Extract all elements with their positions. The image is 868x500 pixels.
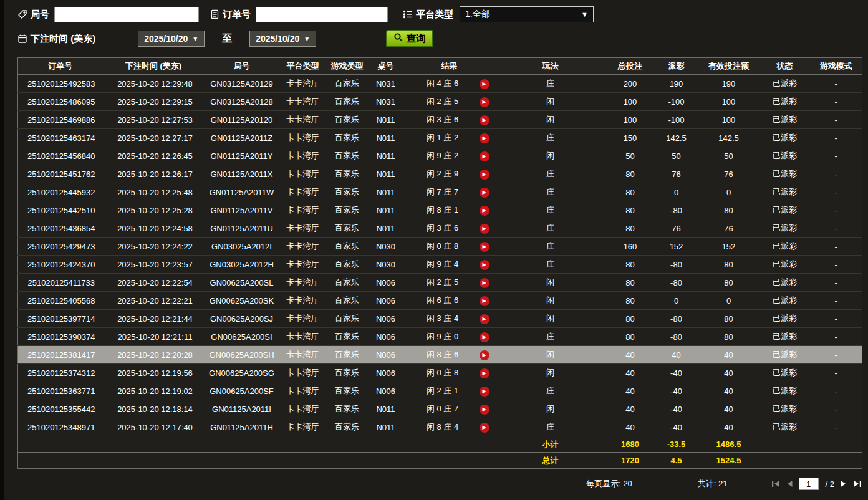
table-row[interactable]: 2510201254055682025-10-20 12:22:21GN0062… (18, 292, 862, 310)
table-row[interactable]: 2510201254425102025-10-20 12:25:28GN0112… (18, 201, 862, 219)
cell-game: 百家乐 (327, 292, 368, 310)
play-replay-icon[interactable]: ▶ (480, 97, 489, 107)
table-row[interactable]: 2510201254243702025-10-20 12:23:57GN0302… (18, 256, 862, 274)
table-row[interactable]: 2510201254117332025-10-20 12:22:54GN0062… (18, 274, 862, 292)
cell-mode: - (811, 75, 862, 93)
first-page-icon[interactable] (771, 480, 780, 488)
cell-round: GN00625A200SF (205, 382, 279, 400)
cell-mode: - (811, 382, 862, 400)
cell-playtype: 庄 (495, 165, 606, 183)
table-row[interactable]: 2510201254459322025-10-20 12:25:48GN0112… (18, 183, 862, 201)
date-from-picker[interactable]: 2025/10/20 ▼ (138, 31, 205, 47)
cell-status: 已派彩 (760, 328, 811, 346)
play-replay-icon[interactable]: ▶ (480, 296, 489, 306)
table-row[interactable]: 2510201253903742025-10-20 12:21:11GN0062… (18, 328, 862, 346)
platform-type-value: 1.全部 (465, 9, 490, 20)
cell-total: 80 (606, 165, 655, 183)
cell-mode: - (811, 129, 862, 147)
cell-order: 251020125445932 (18, 183, 103, 201)
round-number-input[interactable] (54, 7, 199, 22)
cell-order: 251020125429473 (18, 238, 103, 256)
play-replay-icon[interactable]: ▶ (480, 242, 489, 252)
cell-time: 2025-10-20 12:27:53 (103, 111, 205, 129)
cell-time: 2025-10-20 12:19:56 (103, 364, 205, 382)
cell-valid: 40 (698, 364, 760, 382)
order-number-input[interactable] (256, 7, 388, 22)
platform-type-select[interactable]: 1.全部 ▼ (460, 6, 594, 22)
play-replay-icon[interactable]: ▶ (480, 368, 489, 378)
cell-round: GN01125A2011X (205, 165, 279, 183)
cell-result: 闲 8 庄 6 (404, 346, 474, 364)
table-row[interactable]: 2510201254860952025-10-20 12:29:15GN0312… (18, 93, 862, 111)
cell-platform: 卡卡湾厅 (279, 183, 327, 201)
cell-playtype: 庄 (495, 382, 606, 400)
table-row[interactable]: 2510201254517622025-10-20 12:26:17GN0112… (18, 165, 862, 183)
cell-playtype: 庄 (495, 238, 606, 256)
cell-status: 已派彩 (760, 292, 811, 310)
table-row[interactable]: 2510201253554422025-10-20 12:18:14GN0112… (18, 400, 862, 418)
date-to-picker[interactable]: 2025/10/20 ▼ (249, 31, 316, 47)
cell-payout: -80 (655, 201, 698, 219)
play-replay-icon[interactable]: ▶ (480, 133, 489, 143)
play-replay-icon[interactable]: ▶ (480, 151, 489, 161)
play-replay-icon[interactable]: ▶ (480, 115, 489, 125)
next-page-icon[interactable] (840, 480, 847, 488)
cell-status: 已派彩 (760, 165, 811, 183)
play-replay-icon[interactable]: ▶ (480, 260, 489, 270)
list-icon (403, 10, 413, 19)
table-row[interactable]: 2510201254631742025-10-20 12:27:17GN0112… (18, 129, 862, 147)
play-replay-icon[interactable]: ▶ (480, 423, 489, 433)
table-row[interactable]: 2510201254698862025-10-20 12:27:53GN0112… (18, 111, 862, 129)
cell-play: ▶ (474, 364, 495, 382)
total-total-bet: 1720 (606, 453, 655, 469)
play-replay-icon[interactable]: ▶ (480, 350, 489, 360)
cell-total: 80 (606, 219, 655, 238)
table-row[interactable]: 2510201253489712025-10-20 12:17:40GN0112… (18, 418, 862, 436)
cell-platform: 卡卡湾厅 (279, 292, 327, 310)
table-row[interactable]: 2510201253814172025-10-20 12:20:28GN0062… (18, 346, 862, 364)
table-row[interactable]: 2510201253977142025-10-20 12:21:44GN0062… (18, 310, 862, 328)
prev-page-icon[interactable] (786, 480, 793, 488)
cell-mode: - (811, 165, 862, 183)
play-replay-icon[interactable]: ▶ (480, 206, 489, 216)
subtotal-spacer (18, 436, 495, 453)
cell-playtype: 闲 (495, 346, 606, 364)
play-replay-icon[interactable]: ▶ (480, 188, 489, 198)
table-row[interactable]: 2510201253637712025-10-20 12:19:02GN0062… (18, 382, 862, 400)
play-replay-icon[interactable]: ▶ (480, 170, 489, 180)
table-row[interactable]: 2510201254368542025-10-20 12:24:58GN0112… (18, 219, 862, 238)
page-number-input[interactable] (799, 478, 819, 490)
play-replay-icon[interactable]: ▶ (480, 405, 489, 415)
cell-platform: 卡卡湾厅 (279, 75, 327, 93)
table-row[interactable]: 2510201254294732025-10-20 12:24:22GN0302… (18, 238, 862, 256)
cell-order: 251020125492583 (18, 75, 103, 93)
table-row[interactable]: 2510201253743122025-10-20 12:19:56GN0062… (18, 364, 862, 382)
table-row[interactable]: 2510201254568402025-10-20 12:26:45GN0112… (18, 147, 862, 165)
cell-table: N006 (368, 364, 404, 382)
cell-total: 40 (606, 346, 655, 364)
cell-game: 百家乐 (327, 147, 368, 165)
cell-round: GN03125A20128 (205, 93, 279, 111)
play-replay-icon[interactable]: ▶ (480, 79, 489, 89)
cell-valid: 76 (698, 219, 760, 238)
to-label: 至 (222, 32, 232, 46)
cell-order: 251020125390374 (18, 328, 103, 346)
table-row[interactable]: 2510201254925832025-10-20 12:29:48GN0312… (18, 75, 862, 93)
cell-payout: -40 (655, 382, 698, 400)
cell-mode: - (811, 111, 862, 129)
cell-valid: 0 (698, 183, 760, 201)
query-button[interactable]: 查询 (386, 30, 433, 47)
last-page-icon[interactable] (853, 480, 862, 488)
cell-round: GN00625A200SH (205, 346, 279, 364)
cell-total: 80 (606, 256, 655, 274)
play-replay-icon[interactable]: ▶ (480, 278, 489, 288)
column-header: 总投注 (606, 58, 655, 75)
cell-round: GN01125A2011Y (205, 147, 279, 165)
cell-time: 2025-10-20 12:21:11 (103, 328, 205, 346)
play-replay-icon[interactable]: ▶ (480, 224, 489, 234)
chevron-down-icon: ▼ (304, 36, 310, 42)
play-replay-icon[interactable]: ▶ (480, 387, 489, 397)
cell-status: 已派彩 (760, 219, 811, 238)
play-replay-icon[interactable]: ▶ (480, 332, 489, 342)
play-replay-icon[interactable]: ▶ (480, 314, 489, 324)
